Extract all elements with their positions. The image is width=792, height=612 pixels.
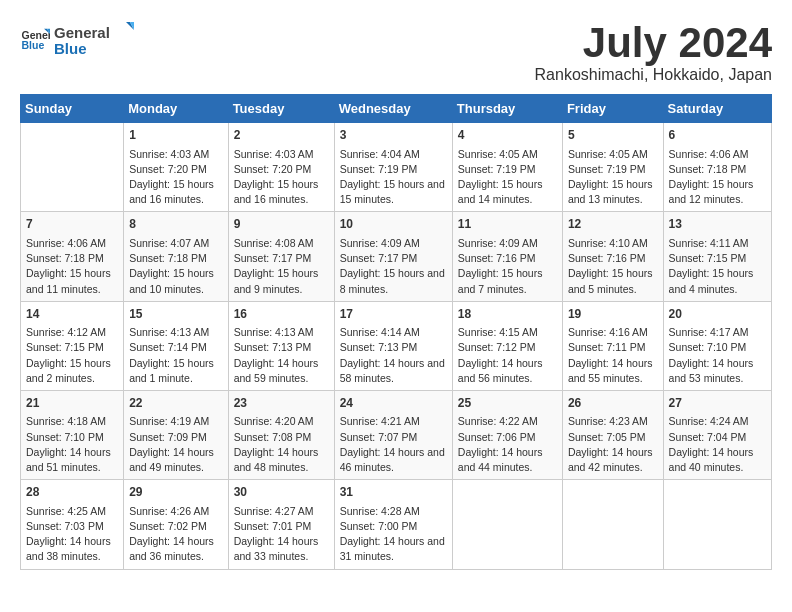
sunrise: Sunrise: 4:25 AM [26,504,118,519]
day-number: 5 [568,127,658,144]
daylight: Daylight: 14 hours and 33 minutes. [234,534,329,564]
calendar-cell: 1Sunrise: 4:03 AMSunset: 7:20 PMDaylight… [124,123,228,212]
calendar-cell: 24Sunrise: 4:21 AMSunset: 7:07 PMDayligh… [334,390,452,479]
daylight: Daylight: 15 hours and 2 minutes. [26,356,118,386]
daylight: Daylight: 15 hours and 1 minute. [129,356,222,386]
sunset: Sunset: 7:17 PM [340,251,447,266]
sunset: Sunset: 7:04 PM [669,430,766,445]
daylight: Daylight: 14 hours and 46 minutes. [340,445,447,475]
calendar-table: SundayMondayTuesdayWednesdayThursdayFrid… [20,94,772,569]
sunrise: Sunrise: 4:04 AM [340,147,447,162]
sunset: Sunset: 7:12 PM [458,340,557,355]
calendar-cell: 6Sunrise: 4:06 AMSunset: 7:18 PMDaylight… [663,123,771,212]
calendar-header: SundayMondayTuesdayWednesdayThursdayFrid… [21,95,772,123]
sunset: Sunset: 7:16 PM [458,251,557,266]
calendar-cell: 22Sunrise: 4:19 AMSunset: 7:09 PMDayligh… [124,390,228,479]
day-number: 31 [340,484,447,501]
calendar-week-row: 1Sunrise: 4:03 AMSunset: 7:20 PMDaylight… [21,123,772,212]
calendar-cell: 19Sunrise: 4:16 AMSunset: 7:11 PMDayligh… [562,301,663,390]
sunrise: Sunrise: 4:05 AM [568,147,658,162]
calendar-cell: 18Sunrise: 4:15 AMSunset: 7:12 PMDayligh… [452,301,562,390]
day-number: 19 [568,306,658,323]
svg-text:General: General [54,24,110,41]
day-number: 23 [234,395,329,412]
calendar-cell: 28Sunrise: 4:25 AMSunset: 7:03 PMDayligh… [21,480,124,569]
sunset: Sunset: 7:05 PM [568,430,658,445]
day-number: 14 [26,306,118,323]
sunset: Sunset: 7:10 PM [669,340,766,355]
calendar-week-row: 21Sunrise: 4:18 AMSunset: 7:10 PMDayligh… [21,390,772,479]
sunset: Sunset: 7:18 PM [129,251,222,266]
calendar-week-row: 7Sunrise: 4:06 AMSunset: 7:18 PMDaylight… [21,212,772,301]
calendar-cell: 29Sunrise: 4:26 AMSunset: 7:02 PMDayligh… [124,480,228,569]
sunrise: Sunrise: 4:21 AM [340,414,447,429]
daylight: Daylight: 15 hours and 12 minutes. [669,177,766,207]
daylight: Daylight: 15 hours and 7 minutes. [458,266,557,296]
sunset: Sunset: 7:17 PM [234,251,329,266]
day-of-week-header: Friday [562,95,663,123]
sunset: Sunset: 7:19 PM [568,162,658,177]
sunrise: Sunrise: 4:22 AM [458,414,557,429]
sunset: Sunset: 7:19 PM [340,162,447,177]
day-number: 2 [234,127,329,144]
calendar-cell: 15Sunrise: 4:13 AMSunset: 7:14 PMDayligh… [124,301,228,390]
calendar-cell: 13Sunrise: 4:11 AMSunset: 7:15 PMDayligh… [663,212,771,301]
calendar-cell: 12Sunrise: 4:10 AMSunset: 7:16 PMDayligh… [562,212,663,301]
calendar-cell [21,123,124,212]
daylight: Daylight: 14 hours and 40 minutes. [669,445,766,475]
day-number: 15 [129,306,222,323]
day-number: 4 [458,127,557,144]
sunrise: Sunrise: 4:03 AM [234,147,329,162]
calendar-cell: 10Sunrise: 4:09 AMSunset: 7:17 PMDayligh… [334,212,452,301]
sunset: Sunset: 7:03 PM [26,519,118,534]
sunset: Sunset: 7:06 PM [458,430,557,445]
day-number: 28 [26,484,118,501]
logo: General Blue General Blue [20,20,134,60]
daylight: Daylight: 15 hours and 15 minutes. [340,177,447,207]
sunset: Sunset: 7:00 PM [340,519,447,534]
calendar-cell: 2Sunrise: 4:03 AMSunset: 7:20 PMDaylight… [228,123,334,212]
sunrise: Sunrise: 4:06 AM [669,147,766,162]
calendar-cell [562,480,663,569]
sunset: Sunset: 7:13 PM [340,340,447,355]
daylight: Daylight: 15 hours and 11 minutes. [26,266,118,296]
calendar-cell: 21Sunrise: 4:18 AMSunset: 7:10 PMDayligh… [21,390,124,479]
calendar-cell: 26Sunrise: 4:23 AMSunset: 7:05 PMDayligh… [562,390,663,479]
calendar-cell: 17Sunrise: 4:14 AMSunset: 7:13 PMDayligh… [334,301,452,390]
sunrise: Sunrise: 4:27 AM [234,504,329,519]
sunset: Sunset: 7:16 PM [568,251,658,266]
daylight: Daylight: 15 hours and 8 minutes. [340,266,447,296]
sunrise: Sunrise: 4:10 AM [568,236,658,251]
daylight: Daylight: 15 hours and 5 minutes. [568,266,658,296]
sunset: Sunset: 7:20 PM [129,162,222,177]
day-number: 13 [669,216,766,233]
calendar-week-row: 14Sunrise: 4:12 AMSunset: 7:15 PMDayligh… [21,301,772,390]
day-of-week-header: Wednesday [334,95,452,123]
sunrise: Sunrise: 4:18 AM [26,414,118,429]
header: General Blue General Blue July 2024 Rank… [20,20,772,84]
title-area: July 2024 Rankoshimachi, Hokkaido, Japan [535,20,772,84]
sunrise: Sunrise: 4:03 AM [129,147,222,162]
day-number: 6 [669,127,766,144]
sunrise: Sunrise: 4:14 AM [340,325,447,340]
sunrise: Sunrise: 4:13 AM [129,325,222,340]
sunrise: Sunrise: 4:06 AM [26,236,118,251]
day-number: 22 [129,395,222,412]
daylight: Daylight: 14 hours and 59 minutes. [234,356,329,386]
calendar-cell: 27Sunrise: 4:24 AMSunset: 7:04 PMDayligh… [663,390,771,479]
sunrise: Sunrise: 4:17 AM [669,325,766,340]
day-of-week-header: Thursday [452,95,562,123]
sunset: Sunset: 7:18 PM [669,162,766,177]
day-number: 9 [234,216,329,233]
calendar-cell: 20Sunrise: 4:17 AMSunset: 7:10 PMDayligh… [663,301,771,390]
calendar-week-row: 28Sunrise: 4:25 AMSunset: 7:03 PMDayligh… [21,480,772,569]
svg-text:Blue: Blue [22,39,45,51]
daylight: Daylight: 15 hours and 9 minutes. [234,266,329,296]
sunset: Sunset: 7:15 PM [669,251,766,266]
sunrise: Sunrise: 4:05 AM [458,147,557,162]
daylight: Daylight: 15 hours and 13 minutes. [568,177,658,207]
main-title: July 2024 [535,20,772,66]
daylight: Daylight: 14 hours and 38 minutes. [26,534,118,564]
calendar-cell: 11Sunrise: 4:09 AMSunset: 7:16 PMDayligh… [452,212,562,301]
daylight: Daylight: 15 hours and 16 minutes. [129,177,222,207]
